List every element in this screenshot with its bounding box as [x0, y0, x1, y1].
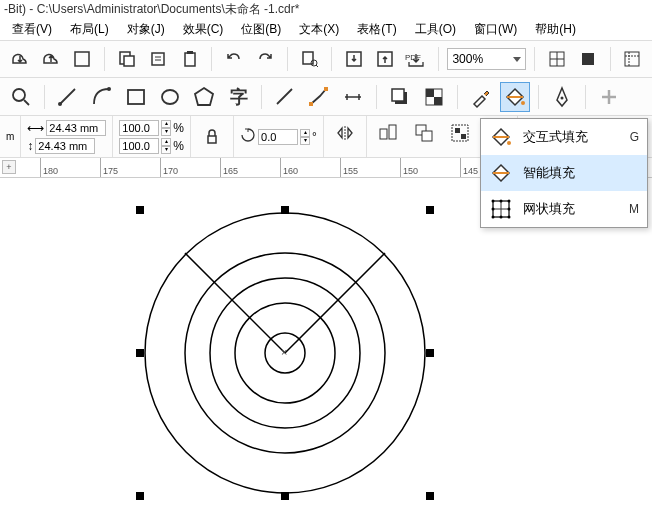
- grid-toggle-icon[interactable]: [543, 45, 570, 73]
- svg-point-16: [107, 87, 111, 91]
- window-title: -Bit) - C:\Users\Administrator\Documents…: [4, 1, 299, 18]
- scale-y-input[interactable]: [119, 138, 159, 154]
- polygon-tool-icon[interactable]: [189, 82, 219, 112]
- menu-layout[interactable]: 布局(L): [62, 19, 117, 40]
- selection-handle[interactable]: [281, 492, 289, 500]
- selection-handle[interactable]: [426, 349, 434, 357]
- freehand-tool-icon[interactable]: [53, 82, 83, 112]
- drawing-canvas[interactable]: ×: [0, 178, 652, 523]
- flyout-label: 网状填充: [523, 200, 619, 218]
- selection-center-icon[interactable]: ×: [281, 346, 287, 358]
- fullscreen-icon[interactable]: [574, 45, 601, 73]
- menu-table[interactable]: 表格(T): [349, 19, 404, 40]
- flyout-item-mesh-fill[interactable]: 网状填充 M: [481, 191, 647, 227]
- pen-tool-icon[interactable]: [547, 82, 577, 112]
- shadow-tool-icon[interactable]: [385, 82, 415, 112]
- selection-handle[interactable]: [281, 206, 289, 214]
- order-icon[interactable]: [409, 118, 439, 148]
- selection-handle[interactable]: [136, 492, 144, 500]
- menu-effect[interactable]: 效果(C): [175, 19, 232, 40]
- transparency-tool-icon[interactable]: [419, 82, 449, 112]
- svg-point-59: [508, 216, 511, 219]
- import-icon[interactable]: [340, 45, 367, 73]
- separator: [44, 85, 45, 109]
- search-icon[interactable]: [296, 45, 323, 73]
- fill-tool-icon[interactable]: [500, 82, 530, 112]
- menu-text[interactable]: 文本(X): [291, 19, 347, 40]
- ruler-tick: 175: [100, 158, 118, 177]
- toolbox: 字: [0, 78, 652, 116]
- pdf-export-icon[interactable]: PDF: [403, 45, 430, 73]
- cloud-download-icon[interactable]: [6, 45, 33, 73]
- text-tool-icon[interactable]: 字: [223, 82, 253, 112]
- line-tool-icon[interactable]: [270, 82, 300, 112]
- separator: [438, 47, 439, 71]
- svg-point-30: [561, 96, 564, 99]
- align-icon[interactable]: [373, 118, 403, 148]
- dimension-tool-icon[interactable]: [338, 82, 368, 112]
- menu-view[interactable]: 查看(V): [4, 19, 60, 40]
- svg-rect-38: [461, 134, 466, 139]
- eyedropper-tool-icon[interactable]: [466, 82, 496, 112]
- group-icon[interactable]: [445, 118, 475, 148]
- selection-handle[interactable]: [136, 349, 144, 357]
- add-tool-icon[interactable]: [594, 82, 624, 112]
- cloud-upload-icon[interactable]: [37, 45, 64, 73]
- svg-point-52: [492, 200, 495, 203]
- magnifier-tool-icon[interactable]: [6, 82, 36, 112]
- svg-point-29: [521, 101, 525, 105]
- menu-tool[interactable]: 工具(O): [407, 19, 464, 40]
- svg-point-54: [508, 200, 511, 203]
- menu-help[interactable]: 帮助(H): [527, 19, 584, 40]
- svg-rect-22: [324, 87, 328, 91]
- selected-object[interactable]: [0, 178, 652, 523]
- copy-icon[interactable]: [113, 45, 140, 73]
- mesh-icon: [489, 197, 513, 221]
- flyout-shortcut: G: [630, 130, 639, 144]
- undo-icon[interactable]: [220, 45, 247, 73]
- duplicate-icon[interactable]: [144, 45, 171, 73]
- spinner[interactable]: ▴▾: [300, 129, 310, 145]
- selection-handle[interactable]: [136, 206, 144, 214]
- ruler-tick: 170: [160, 158, 178, 177]
- curve-tool-icon[interactable]: [87, 82, 117, 112]
- fill-tool-flyout: 交互式填充 G 智能填充 网状填充 M: [480, 118, 648, 228]
- flyout-shortcut: M: [629, 202, 639, 216]
- svg-rect-4: [185, 53, 195, 66]
- spinner[interactable]: ▴▾: [161, 120, 171, 136]
- redo-icon[interactable]: [252, 45, 279, 73]
- mirror-h-icon[interactable]: [330, 118, 360, 148]
- zoom-combo[interactable]: 300%: [447, 48, 525, 70]
- menu-bitmap[interactable]: 位图(B): [233, 19, 289, 40]
- selection-handle[interactable]: [426, 492, 434, 500]
- connector-tool-icon[interactable]: [304, 82, 334, 112]
- box-icon[interactable]: [69, 45, 96, 73]
- flyout-item-interactive-fill[interactable]: 交互式填充 G: [481, 119, 647, 155]
- svg-rect-32: [380, 129, 387, 139]
- paste-icon[interactable]: [176, 45, 203, 73]
- bucket-icon: [489, 125, 513, 149]
- svg-point-14: [13, 89, 25, 101]
- rotation-input[interactable]: [258, 129, 298, 145]
- ellipse-tool-icon[interactable]: [155, 82, 185, 112]
- spinner[interactable]: ▴▾: [161, 138, 171, 154]
- ruler-tick: 150: [400, 158, 418, 177]
- menu-window[interactable]: 窗口(W): [466, 19, 525, 40]
- svg-rect-12: [582, 53, 594, 65]
- svg-point-55: [492, 208, 495, 211]
- ruler-origin-icon[interactable]: +: [2, 160, 16, 174]
- svg-rect-5: [187, 51, 193, 54]
- export-icon[interactable]: [372, 45, 399, 73]
- menu-object[interactable]: 对象(J): [119, 19, 173, 40]
- object-width-input[interactable]: [46, 120, 106, 136]
- guides-icon[interactable]: [619, 45, 646, 73]
- lock-ratio-icon[interactable]: [197, 122, 227, 152]
- scale-x-input[interactable]: [119, 120, 159, 136]
- flyout-item-smart-fill[interactable]: 智能填充: [481, 155, 647, 191]
- ruler-tick: 145: [460, 158, 478, 177]
- object-height-input[interactable]: [35, 138, 95, 154]
- unit-label: m: [6, 131, 14, 142]
- selection-handle[interactable]: [426, 206, 434, 214]
- ruler-tick: 155: [340, 158, 358, 177]
- rectangle-tool-icon[interactable]: [121, 82, 151, 112]
